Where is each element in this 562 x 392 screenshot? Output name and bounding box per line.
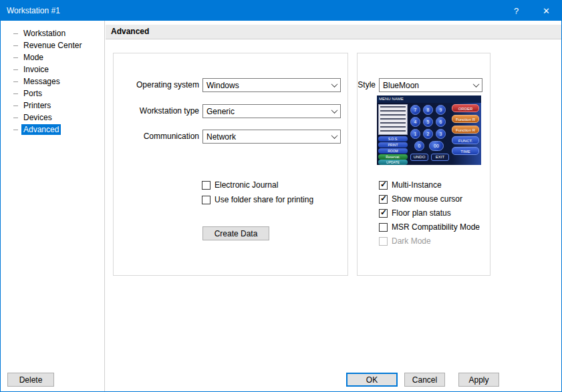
checkbox-label: Multi-Instance — [392, 180, 442, 190]
preview-undo-button: UNDO — [410, 154, 428, 161]
checkbox-floor-plan-status[interactable]: Floor plan status — [379, 208, 451, 218]
tree-dash-icon — [13, 130, 18, 130]
checkbox-electronic-journal[interactable]: Electronic Journal — [202, 180, 278, 190]
sidebar-item-label: Ports — [21, 88, 44, 99]
preview-key-1: 1 — [410, 129, 420, 139]
preview-key-0: 0 — [414, 141, 424, 151]
operating-system-select[interactable]: Windows — [202, 78, 341, 92]
workstation-dialog: Workstation #1 ? ✕ Workstation Revenue C… — [0, 0, 562, 392]
preview-key-2: 2 — [423, 129, 433, 139]
preview-key-00: 00 — [429, 141, 444, 151]
checkbox-label: Dark Mode — [392, 236, 431, 246]
checkbox-box — [379, 195, 388, 204]
workstation-type-select[interactable]: Generic — [202, 104, 341, 118]
tree-dash-icon — [13, 93, 18, 94]
sidebar-item-workstation[interactable]: Workstation — [1, 27, 104, 39]
sidebar-item-label: Advanced — [21, 124, 61, 135]
preview-function-r1-button: Function R — [452, 115, 479, 123]
help-button[interactable]: ? — [501, 1, 531, 21]
right-panel: Style BlueMoon MENU NAME S.O.S. PRINT RO… — [357, 53, 490, 276]
communication-select[interactable]: Network — [202, 130, 341, 144]
sidebar-item-label: Invoice — [21, 64, 51, 75]
sidebar-item-revenue-center[interactable]: Revenue Center — [1, 39, 104, 51]
preview-print-button: PRINT — [378, 142, 408, 148]
page-title: Advanced — [111, 27, 149, 36]
chevron-down-icon — [329, 79, 340, 91]
preview-key-9: 9 — [436, 105, 446, 115]
titlebar[interactable]: Workstation #1 ? ✕ — [1, 1, 561, 21]
style-preview-image: MENU NAME S.O.S. PRINT ROOM Reservat. UP… — [377, 95, 481, 165]
sidebar-item-label: Printers — [21, 100, 53, 111]
preview-key-5: 5 — [423, 117, 433, 127]
checkbox-multi-instance[interactable]: Multi-Instance — [379, 180, 442, 190]
tree-dash-icon — [13, 33, 18, 34]
operating-system-label: Operating system — [114, 78, 199, 92]
checkbox-box — [379, 223, 388, 232]
sidebar-item-ports[interactable]: Ports — [1, 87, 104, 100]
help-icon: ? — [514, 6, 519, 16]
checkbox-label: Use folder share for printing — [215, 195, 313, 204]
tree-dash-icon — [13, 81, 18, 82]
checkbox-box — [379, 181, 388, 190]
tree-dash-icon — [13, 106, 18, 106]
style-select[interactable]: BlueMoon — [379, 78, 482, 92]
checkbox-show-mouse-cursor[interactable]: Show mouse cursor — [379, 194, 462, 204]
preview-order-button: ORDER — [452, 104, 479, 112]
checkbox-label: Electronic Journal — [215, 180, 278, 190]
apply-button[interactable]: Apply — [458, 373, 499, 387]
chevron-down-icon — [329, 130, 340, 143]
combo-value: BlueMoon — [383, 81, 419, 90]
preview-key-8: 8 — [423, 105, 433, 115]
checkbox-box — [379, 209, 388, 218]
workstation-type-label: Workstation type — [114, 104, 199, 118]
ok-button[interactable]: OK — [346, 373, 398, 387]
sidebar-item-label: Mode — [21, 52, 45, 63]
cancel-button[interactable]: Cancel — [404, 373, 445, 387]
preview-sos-button: S.O.S. — [378, 136, 408, 142]
checkbox-box — [202, 196, 210, 204]
tree-dash-icon — [13, 118, 18, 118]
sidebar-item-printers[interactable]: Printers — [1, 100, 104, 112]
close-button[interactable]: ✕ — [531, 1, 561, 21]
communication-label: Communication — [114, 130, 199, 144]
sidebar: Workstation Revenue Center Mode Invoice … — [1, 21, 105, 392]
checkbox-label: Show mouse cursor — [392, 194, 462, 204]
sidebar-item-devices[interactable]: Devices — [1, 112, 104, 124]
chevron-down-icon — [329, 105, 340, 118]
preview-time-button: TIME — [452, 147, 479, 155]
combo-value: Network — [206, 132, 236, 142]
checkbox-label: MSR Compatibility Mode — [392, 222, 480, 232]
sidebar-item-messages[interactable]: Messages — [1, 75, 104, 87]
checkbox-msr-compatibility-mode[interactable]: MSR Compatibility Mode — [379, 222, 480, 232]
preview-menu-header: MENU NAME — [377, 95, 481, 103]
page-header: Advanced — [106, 25, 562, 39]
checkbox-dark-mode: Dark Mode — [379, 236, 431, 246]
chevron-down-icon — [470, 79, 482, 91]
sidebar-item-label: Revenue Center — [21, 40, 84, 51]
create-data-button[interactable]: Create Data — [202, 226, 269, 240]
left-panel: Operating system Windows Workstation typ… — [113, 53, 348, 276]
combo-value: Generic — [206, 107, 235, 116]
style-label: Style — [358, 78, 376, 92]
sidebar-item-advanced[interactable]: Advanced — [1, 124, 104, 136]
combo-value: Windows — [206, 81, 239, 90]
preview-key-7: 7 — [410, 105, 420, 115]
checkbox-folder-share-printing[interactable]: Use folder share for printing — [202, 194, 313, 205]
sidebar-item-mode[interactable]: Mode — [1, 51, 104, 63]
window-title: Workstation #1 — [1, 6, 60, 15]
sidebar-item-label: Messages — [21, 76, 62, 87]
sidebar-item-label: Workstation — [21, 28, 67, 39]
preview-key-6: 6 — [436, 117, 446, 127]
preview-key-4: 4 — [410, 117, 420, 127]
preview-room-button: ROOM — [378, 148, 408, 154]
sidebar-item-invoice[interactable]: Invoice — [1, 63, 104, 75]
delete-button[interactable]: Delete — [7, 373, 54, 387]
checkbox-box — [202, 181, 210, 190]
preview-function-r2-button: Function R — [452, 126, 479, 134]
tree-dash-icon — [13, 69, 18, 70]
preview-funct-button: FUNCT. — [452, 136, 479, 144]
preview-exit-button: EXIT — [431, 154, 449, 161]
preview-update-button: UPDATE — [378, 160, 408, 165]
close-icon: ✕ — [543, 6, 550, 16]
tree-dash-icon — [13, 57, 18, 58]
